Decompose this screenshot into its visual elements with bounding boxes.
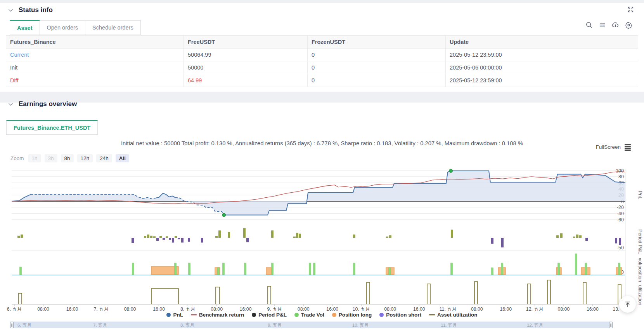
export-menu-icon[interactable] <box>625 144 631 151</box>
navigator-label: 6. 五月 <box>17 322 31 328</box>
chart-legend: PnLBenchmark returnPeriod P&LTrade VolPo… <box>0 312 644 318</box>
navigator-label: 12. 五月 <box>527 322 543 328</box>
back-to-top-button[interactable] <box>619 296 636 313</box>
performance-summary: Initial net value : 50000 Total profit: … <box>0 140 644 146</box>
legend-item-position-long[interactable]: Position long <box>332 312 372 318</box>
svg-text:12. 五月: 12. 五月 <box>526 306 544 312</box>
svg-text:08:00: 08:00 <box>124 306 136 312</box>
zoom-button-all[interactable]: All <box>116 154 129 162</box>
earnings-card-title: Earnings overview <box>19 100 77 108</box>
chart-fullscreen-control: FullScreen <box>596 144 631 151</box>
svg-text:8. 五月: 8. 五月 <box>180 306 195 312</box>
legend-item-trade-vol[interactable]: Trade Vol <box>294 312 324 318</box>
legend-dot-marker <box>332 313 336 317</box>
earnings-tabs: Futures_Binance.ETH_USDT <box>7 120 98 135</box>
table-cell: Diff <box>6 74 184 87</box>
navigator-label: 10. 五月 <box>352 322 369 328</box>
status-card-title: Status info <box>19 6 53 14</box>
section-divider <box>0 92 644 103</box>
svg-text:PnL: PnL <box>637 191 643 199</box>
svg-text:16:00: 16:00 <box>153 306 165 312</box>
legend-item-pnl[interactable]: PnL <box>166 312 183 318</box>
menu-icon[interactable] <box>599 21 606 29</box>
navigator-handle-right[interactable] <box>609 322 613 328</box>
legend-label: PnL <box>173 312 183 318</box>
svg-text:vol/position: vol/position <box>637 258 643 282</box>
chart-navigator[interactable]: 6. 五月7. 五月8. 五月9. 五月10. 五月11. 五月12. 五月 <box>12 322 611 328</box>
chevron-down-icon[interactable] <box>8 8 13 13</box>
legend-line-marker <box>191 314 197 315</box>
table-cell: 0 <box>308 49 446 61</box>
svg-text:-20: -20 <box>617 205 624 210</box>
svg-text:7. 五月: 7. 五月 <box>93 306 108 312</box>
legend-label: Benchmark return <box>199 312 244 318</box>
svg-text:08:00: 08:00 <box>37 306 49 312</box>
zoom-button-12h[interactable]: 12h <box>77 154 93 162</box>
earnings-chart[interactable]: 100806040200-20-40-60-5000PnLPeriod P&Lv… <box>0 165 644 313</box>
svg-text:16:00: 16:00 <box>66 306 78 312</box>
svg-text:16:00: 16:00 <box>587 306 599 312</box>
navigator-label: 8. 五月 <box>180 322 194 328</box>
legend-item-period-p-l[interactable]: Period P&L <box>252 312 287 318</box>
fullscreen-button[interactable]: FullScreen <box>596 144 621 150</box>
svg-text:16:00: 16:00 <box>240 306 252 312</box>
top-gutter <box>0 0 644 3</box>
table-header-row: Futures_BinanceFreeUSDTFrozenUSDTUpdate <box>6 35 638 49</box>
legend-item-position-short[interactable]: Position short <box>379 312 421 318</box>
cloud-download-icon[interactable] <box>612 21 619 29</box>
row-link[interactable]: Current <box>6 49 184 61</box>
dashboard-page: Status info AssetOpen ordersSchedule ord… <box>0 0 644 329</box>
tab-futures-binance-eth-usdt[interactable]: Futures_Binance.ETH_USDT <box>6 120 98 135</box>
navigator-label: 7. 五月 <box>93 322 107 328</box>
table-cell: 0 <box>308 61 446 74</box>
status-tab-open-orders[interactable]: Open orders <box>40 20 86 35</box>
table-row: Diff64.9902025-05-12 23:59:00 <box>6 74 638 87</box>
zoom-bar: Zoom 1h3h8h12h24hAll <box>10 154 129 162</box>
zoom-label: Zoom <box>10 155 24 161</box>
svg-text:80: 80 <box>618 174 624 179</box>
svg-text:6. 五月: 6. 五月 <box>7 306 22 312</box>
legend-label: Position long <box>339 312 372 318</box>
table-cell: 0 <box>308 74 446 87</box>
navigator-handle-left[interactable] <box>10 322 14 328</box>
svg-text:100: 100 <box>616 168 624 174</box>
table-row: Current50064.9902025-05-12 23:59:00 <box>6 49 638 61</box>
zoom-button-24h[interactable]: 24h <box>96 154 112 162</box>
svg-text:16:00: 16:00 <box>326 306 338 312</box>
legend-line-marker <box>429 314 435 315</box>
svg-text:utilization: utilization <box>637 285 643 305</box>
earnings-card-header: Earnings overview <box>8 100 77 108</box>
settings-icon[interactable] <box>625 21 632 29</box>
legend-label: Position short <box>386 312 421 318</box>
table-cell: 50000 <box>184 61 308 74</box>
legend-item-asset-utilization[interactable]: Asset utilization <box>429 312 478 318</box>
expand-icon[interactable] <box>627 6 634 13</box>
svg-text:11. 五月: 11. 五月 <box>440 306 457 312</box>
navigator-label: 11. 五月 <box>441 322 457 328</box>
svg-text:10. 五月: 10. 五月 <box>353 306 370 312</box>
search-icon[interactable] <box>585 21 593 29</box>
status-tab-asset[interactable]: Asset <box>10 20 40 35</box>
svg-text:-40: -40 <box>617 211 624 216</box>
zoom-button-1h: 1h <box>28 154 41 162</box>
column-header: Update <box>446 35 638 49</box>
status-tab-schedule-orders[interactable]: Schedule orders <box>85 20 141 35</box>
svg-text:-50: -50 <box>617 245 624 251</box>
table-cell: 2025-05-12 23:59:00 <box>446 74 638 87</box>
svg-text:08:00: 08:00 <box>298 306 310 312</box>
scroll-to-top-icon <box>624 301 632 308</box>
column-header: FreeUSDT <box>184 35 308 49</box>
legend-item-benchmark-return[interactable]: Benchmark return <box>191 312 244 318</box>
asset-table: Futures_BinanceFreeUSDTFrozenUSDTUpdateC… <box>6 35 638 87</box>
chevron-down-icon[interactable] <box>8 102 13 107</box>
table-cell: 2025-05-06 00:00:00 <box>446 61 638 74</box>
table-cell: 2025-05-12 23:59:00 <box>446 49 638 61</box>
zoom-button-8h[interactable]: 8h <box>61 154 74 162</box>
svg-text:08:00: 08:00 <box>211 306 223 312</box>
zoom-button-3h: 3h <box>45 154 57 162</box>
legend-dot-marker <box>294 313 299 317</box>
legend-label: Trade Vol <box>301 312 324 318</box>
navigator-label: 9. 五月 <box>268 322 282 328</box>
svg-text:08:00: 08:00 <box>557 306 570 312</box>
legend-dot-marker <box>252 313 256 317</box>
